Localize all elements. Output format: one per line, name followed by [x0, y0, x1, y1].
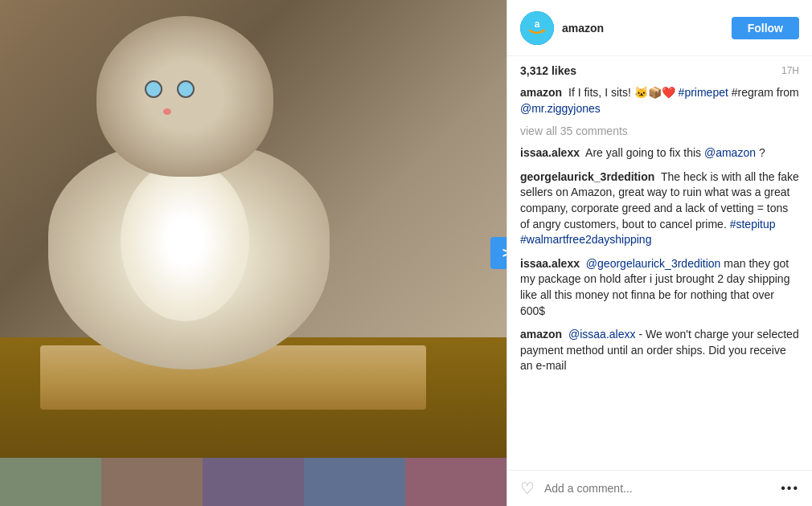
- comment-3-mention[interactable]: @georgelaurick_3rdedition: [586, 257, 721, 270]
- heart-icon[interactable]: ♡: [520, 479, 535, 498]
- thumbnail-4[interactable]: [304, 458, 405, 506]
- thumbnail-2[interactable]: [101, 458, 203, 506]
- comment-3-username[interactable]: issaa.alexx: [520, 257, 580, 270]
- follow-button[interactable]: Follow: [732, 17, 799, 39]
- thumbnail-3[interactable]: [203, 458, 304, 506]
- comment-2-hashtag1[interactable]: #stepitup: [730, 218, 776, 231]
- comment-2-username[interactable]: georgelaurick_3rdedition: [520, 170, 654, 183]
- comment-input[interactable]: [544, 482, 771, 495]
- post-image-area: a Amazon Your place for #allthethings! a…: [0, 0, 506, 506]
- post-username[interactable]: amazon: [562, 22, 732, 35]
- comments-area[interactable]: amazon If I fits, I sits! 🐱📦❤️ #primepet…: [507, 82, 812, 470]
- amazon-avatar-svg: a: [520, 11, 554, 45]
- comment-1-text-after: ?: [759, 146, 765, 159]
- bottom-thumbnail-strip: [0, 458, 506, 506]
- more-options-icon[interactable]: •••: [781, 481, 799, 496]
- next-arrow-icon: >: [502, 245, 506, 262]
- likes-row: 3,312 likes 17h: [507, 56, 812, 82]
- next-arrow-button[interactable]: >: [490, 237, 506, 269]
- comment-2-hashtag2[interactable]: #walmartfree2dayshipping: [520, 233, 651, 246]
- svg-text:a: a: [535, 18, 540, 30]
- timestamp: 17h: [781, 65, 799, 76]
- comment-1: issaa.alexx Are yall going to fix this @…: [520, 145, 799, 161]
- comment-input-area: ♡ •••: [507, 470, 812, 506]
- comments-panel: a amazon Follow 3,312 likes 17h amazon I…: [506, 0, 812, 506]
- comment-4: amazon @issaa.alexx - We won't charge yo…: [520, 327, 799, 374]
- cat-chest-fur: [121, 161, 249, 321]
- view-all-comments[interactable]: view all 35 comments: [520, 124, 799, 137]
- comment-4-text: - We won't charge your selected payment …: [520, 328, 799, 372]
- cat-eye-right: [177, 80, 195, 98]
- cat-nose: [163, 108, 171, 115]
- caption-text: If I fits, I sits! 🐱📦❤️: [568, 86, 675, 99]
- post-photo: [0, 0, 506, 458]
- comment-2: georgelaurick_3rdedition The heck is wit…: [520, 169, 799, 248]
- likes-count: 3,312 likes: [520, 64, 576, 77]
- caption-mention[interactable]: @mr.ziggyjones: [520, 102, 601, 115]
- comment-1-text: Are yall going to fix this: [585, 146, 704, 159]
- comment-4-username[interactable]: amazon: [520, 328, 562, 341]
- avatar: a: [520, 11, 554, 45]
- post-header: a amazon Follow: [507, 0, 812, 56]
- thumbnail-5[interactable]: [405, 458, 506, 506]
- comment-1-mention[interactable]: @amazon: [704, 146, 756, 159]
- caption-comment: amazon If I fits, I sits! 🐱📦❤️ #primepet…: [520, 85, 799, 116]
- comment-4-mention[interactable]: @issaa.alexx: [568, 328, 635, 341]
- caption-username[interactable]: amazon: [520, 86, 562, 99]
- comment-3: issaa.alexx @georgelaurick_3rdedition ma…: [520, 256, 799, 319]
- comment-1-username[interactable]: issaa.alexx: [520, 146, 580, 159]
- caption-hashtag[interactable]: #primepet: [679, 86, 728, 99]
- thumbnail-1[interactable]: [0, 458, 101, 506]
- cat-eye-left: [145, 80, 162, 98]
- caption-regram: #regram from: [732, 86, 799, 99]
